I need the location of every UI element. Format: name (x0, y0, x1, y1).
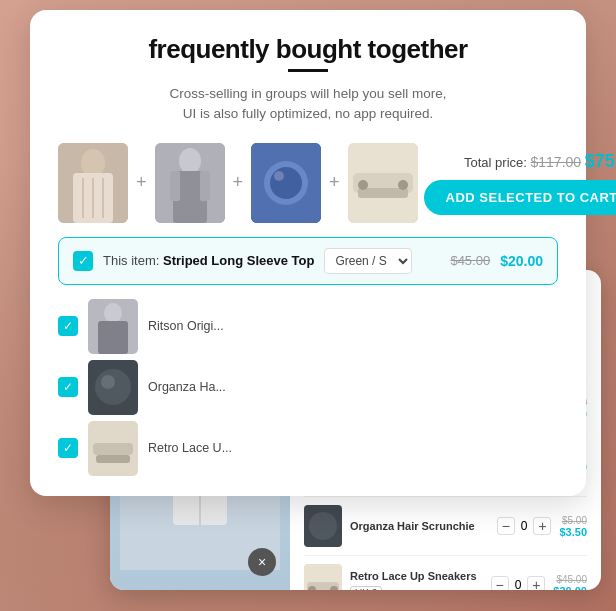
qty-minus-3[interactable]: − (497, 517, 515, 535)
selected-sale-price: $20.00 (500, 253, 543, 269)
qty-plus-3[interactable]: + (533, 517, 551, 535)
plus-2: + (231, 172, 246, 193)
addon-1-checkbox[interactable]: ✓ (58, 316, 78, 336)
svg-point-13 (270, 167, 302, 199)
addon-2-thumb (88, 360, 138, 415)
combo-item-3-prices: $5.00 $3.50 (559, 515, 587, 538)
svg-point-25 (101, 375, 115, 389)
close-button[interactable]: × (248, 548, 276, 576)
combo-thumb-3 (304, 505, 342, 547)
svg-rect-10 (200, 171, 210, 201)
product-thumb-3 (251, 143, 321, 223)
selected-item-label: This item: Striped Long Sleeve Top (103, 253, 314, 268)
thumb-svg-2 (155, 143, 225, 223)
selected-item-row: ✓ This item: Striped Long Sleeve Top Gre… (58, 237, 558, 285)
qty-plus-4[interactable]: + (527, 576, 545, 590)
svg-point-21 (104, 303, 122, 323)
svg-point-14 (274, 171, 284, 181)
product-thumb-2 (155, 143, 225, 223)
plus-1: + (134, 172, 149, 193)
product-thumb-4 (348, 143, 418, 223)
thumb-svg-1 (58, 143, 128, 223)
thumb-svg-3 (251, 143, 321, 223)
combo-item-4: Retro Lace Up Sneakers UK 2 − 0 + $45.00… (304, 555, 587, 590)
main-card: frequently bought together Cross-selling… (30, 10, 586, 496)
svg-point-18 (358, 180, 368, 190)
product-thumbs-row: + + + (58, 143, 558, 223)
addon-2-name: Organza Ha... (148, 380, 558, 394)
original-price: $117.00 (531, 154, 582, 170)
combo-item-3-name: Organza Hair Scrunchie (350, 519, 489, 533)
qty-control-4: − 0 + (491, 576, 546, 590)
qty-control-3: − 0 + (497, 517, 552, 535)
addon-row-2: ✓ Organza Ha... (58, 360, 558, 415)
svg-point-24 (95, 369, 131, 405)
combo-4-original: $45.00 (553, 574, 587, 585)
combo-item-3: Organza Hair Scrunchie − 0 + $5.00 $3.50 (304, 496, 587, 555)
addon-row-3: ✓ Retro Lace U... (58, 421, 558, 476)
combo-3-sale: $3.50 (559, 526, 587, 538)
product-thumb-1 (58, 143, 128, 223)
add-selected-to-cart-button[interactable]: ADD SELECTED TO CART (424, 180, 616, 215)
selected-original-price: $45.00 (450, 253, 490, 268)
svg-rect-28 (96, 455, 130, 463)
svg-rect-22 (98, 321, 128, 354)
combo-item-4-variant: UK 2 (350, 586, 382, 590)
combo-item-4-info: Retro Lace Up Sneakers UK 2 (350, 569, 483, 590)
svg-point-1 (81, 149, 105, 177)
addon-2-checkbox[interactable]: ✓ (58, 377, 78, 397)
qty-minus-4[interactable]: − (491, 576, 509, 590)
combo-4-sale: $30.00 (553, 585, 587, 590)
svg-point-19 (398, 180, 408, 190)
qty-value-4: 0 (515, 578, 522, 590)
combo-thumb-4 (304, 564, 342, 590)
addon-row-1: ✓ Ritson Origi... (58, 299, 558, 354)
svg-rect-9 (170, 171, 180, 201)
svg-rect-17 (358, 188, 408, 198)
addon-1-thumb (88, 299, 138, 354)
thumb-svg-4 (348, 143, 418, 223)
addon-rows: ✓ Ritson Origi... ✓ Organza Ha... (58, 299, 558, 476)
plus-3: + (327, 172, 342, 193)
addon-1-name: Ritson Origi... (148, 319, 558, 333)
svg-rect-27 (93, 443, 133, 455)
combo-item-3-info: Organza Hair Scrunchie (350, 519, 489, 533)
qty-value-3: 0 (521, 519, 528, 533)
sale-price: $75.50 (585, 151, 616, 171)
selected-item-checkbox[interactable]: ✓ (73, 251, 93, 271)
variant-select[interactable]: Green / S Green / M Blue / S (324, 248, 412, 274)
price-cart-area: Total price: $117.00 $75.50 ADD SELECTED… (424, 151, 616, 215)
total-price-row: Total price: $117.00 $75.50 (464, 151, 616, 172)
addon-3-thumb (88, 421, 138, 476)
combo-item-4-name: Retro Lace Up Sneakers (350, 569, 483, 583)
combo-3-original: $5.00 (559, 515, 587, 526)
title-underline (288, 69, 328, 72)
svg-point-55 (309, 512, 337, 540)
combo-item-4-prices: $45.00 $30.00 (553, 574, 587, 590)
subtitle: Cross-selling in groups will help you se… (58, 84, 558, 125)
svg-point-7 (179, 148, 201, 174)
addon-3-name: Retro Lace U... (148, 441, 558, 455)
addon-3-checkbox[interactable]: ✓ (58, 438, 78, 458)
page-title: frequently bought together (58, 34, 558, 65)
